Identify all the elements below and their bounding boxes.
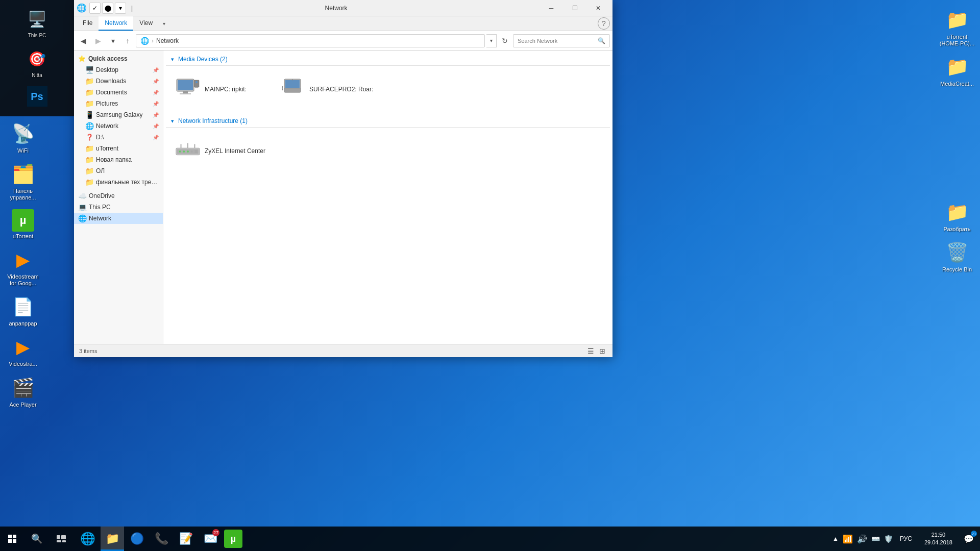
start-button[interactable] — [0, 527, 24, 551]
svg-rect-26 — [61, 535, 66, 539]
title-bar: 🌐 ✓ ⬤ ▾ | Network ─ ☐ ✕ — [74, 0, 612, 16]
taskbar-search-btn[interactable]: 🔍 — [24, 527, 49, 551]
thispc-icon: 💻 — [78, 203, 86, 211]
keyboard-tray-icon[interactable]: ⌨️ — [871, 535, 880, 543]
system-tray-icons: ▲ 📶 🔊 ⌨️ 🛡️ РУС — [828, 534, 919, 544]
desktop-icon-anpanppap[interactable]: 📄 anpanppap — [3, 292, 43, 330]
vpn-tray-icon[interactable]: 🛡️ — [884, 535, 893, 543]
qat-checkmark-btn[interactable]: ✓ — [89, 3, 101, 14]
address-dropdown-btn[interactable]: ▾ — [486, 34, 497, 47]
volume-tray-icon[interactable]: 🔊 — [857, 534, 867, 544]
taskbar-app-edge[interactable]: 🌐 — [76, 527, 100, 551]
desktop-icon-razobrat[interactable]: 📁 Разобрать — [937, 197, 977, 235]
qat-dropdown-btn[interactable]: ▾ — [115, 3, 126, 14]
sidebar-item-thispc[interactable]: 💻 This PC — [74, 202, 163, 213]
forward-button[interactable]: ▶ — [91, 34, 105, 47]
recent-locations-btn[interactable]: ▾ — [106, 34, 119, 47]
ribbon: File Network View ▾ ? — [74, 16, 612, 31]
status-bar: 3 items ☰ ⊞ — [74, 344, 612, 357]
desktop-icon-nitta[interactable]: 🎯 Nitta — [17, 44, 58, 81]
path-network-icon: 🌐 — [140, 37, 149, 45]
ribbon-expand-btn[interactable]: ▾ — [159, 18, 169, 29]
svg-rect-10 — [284, 88, 301, 92]
desktop-icon-utorrent[interactable]: µ uTorrent — [3, 207, 43, 242]
taskbar-app-utorrent[interactable]: µ — [224, 530, 242, 548]
minimize-button[interactable]: ─ — [540, 0, 563, 16]
quick-access-toolbar: ✓ ⬤ ▾ — [89, 3, 126, 14]
taskbar-app-mail[interactable]: ✉️ 27 — [199, 527, 222, 551]
tray-expand-icon[interactable]: ▲ — [832, 535, 839, 542]
language-indicator[interactable]: РУС — [897, 535, 915, 542]
pin-icon-network: 📌 — [153, 123, 159, 129]
downloads-icon: 📁 — [85, 77, 93, 85]
large-icons-view-btn[interactable]: ⊞ — [597, 346, 607, 356]
taskbar-app-folder[interactable]: 📁 — [101, 527, 124, 551]
file-content: ▾ Media Devices (2) — [163, 51, 612, 344]
search-box[interactable]: 🔍 — [513, 34, 610, 47]
ddrive-icon: ❓ — [85, 133, 93, 141]
tab-view[interactable]: View — [133, 16, 159, 31]
address-bar: ◀ ▶ ▾ ↑ 🌐 › Network ▾ ↻ 🔍 — [74, 31, 612, 51]
sidebar-item-desktop[interactable]: 🖥️ Desktop 📌 — [74, 64, 163, 76]
svg-rect-28 — [62, 540, 66, 542]
taskbar-app-chrome[interactable]: 🔵 — [125, 527, 149, 551]
qat-undo-btn[interactable]: ⬤ — [102, 3, 113, 14]
sidebar-item-onedrive[interactable]: ☁️ OneDrive — [74, 190, 163, 202]
sidebar-section-quick-access[interactable]: ⭐ Quick access — [74, 53, 163, 64]
desktop-icon-wifi[interactable]: 📡 WiFi — [3, 119, 43, 157]
maximize-button[interactable]: ☐ — [563, 0, 586, 16]
desktop-icon-thispc[interactable]: 🖥️ This PC — [17, 4, 58, 41]
file-item-mainpc[interactable]: MAINPC: ripkit: — [171, 73, 273, 105]
sidebar: ⭐ Quick access 🖥️ Desktop 📌 📁 Downloads … — [74, 51, 163, 344]
novaya-icon: 📁 — [85, 156, 93, 164]
desktop-icon-mediacreate[interactable]: 📁 MediaCreat... — [937, 52, 977, 90]
task-view-btn[interactable] — [49, 527, 74, 551]
sidebar-item-network-qa[interactable]: 🌐 Network 📌 — [74, 120, 163, 132]
clock-date: 29.04.2018 — [924, 539, 952, 546]
network-tray-icon[interactable]: 📶 — [843, 534, 853, 544]
back-button[interactable]: ◀ — [77, 34, 90, 47]
media-devices-grid: MAINPC: ripkit: — [166, 68, 610, 110]
window-icon: 🌐 — [77, 3, 87, 13]
desktop-icon-utorrent-right[interactable]: 📁 uTorrent(HOME-PC)... — [937, 5, 977, 49]
sidebar-item-ddrive[interactable]: ❓ D:\ 📌 — [74, 132, 163, 143]
system-clock[interactable]: 21:50 29.04.2018 — [919, 527, 958, 551]
desktop-icon-recycle[interactable]: 🗑️ Recycle Bin — [937, 238, 977, 276]
sidebar-item-ol[interactable]: 📁 ОЛ — [74, 165, 163, 177]
network-infra-grid: ZyXEL Internet Center — [166, 130, 610, 171]
window-title: Network — [133, 5, 540, 12]
sidebar-item-utorrent[interactable]: 📁 uTorrent — [74, 143, 163, 154]
taskbar-app-viber[interactable]: 📞 — [150, 527, 173, 551]
sidebar-item-finalnye[interactable]: 📁 финальные тех треб... — [74, 177, 163, 188]
tab-network[interactable]: Network — [99, 16, 133, 31]
desktop-icon-videostream2[interactable]: ▶ Videostra... — [3, 332, 43, 370]
section-media-devices[interactable]: ▾ Media Devices (2) — [166, 53, 610, 66]
file-item-zyxel[interactable]: ZyXEL Internet Center — [171, 135, 273, 166]
desktop-icon-ps[interactable]: Ps — [17, 84, 58, 111]
details-view-btn[interactable]: ☰ — [585, 346, 596, 356]
help-button[interactable]: ? — [598, 17, 610, 30]
up-button[interactable]: ↑ — [121, 34, 134, 47]
action-center-badge: 21 — [971, 531, 977, 537]
pictures-icon: 📁 — [85, 99, 93, 108]
desktop-icon-panel[interactable]: 🗂️ Панельуправле... — [3, 159, 43, 204]
close-button[interactable]: ✕ — [586, 0, 610, 16]
taskbar-right: ▲ 📶 🔊 ⌨️ 🛡️ РУС 21:50 29.04.2018 💬 21 — [828, 527, 980, 551]
action-center-button[interactable]: 💬 21 — [958, 527, 980, 551]
file-item-surfacepro2[interactable]: SURFACEPRO2: Roar: — [276, 73, 378, 105]
network-qa-icon: 🌐 — [85, 122, 93, 130]
refresh-button[interactable]: ↻ — [498, 34, 511, 47]
sidebar-item-samsung[interactable]: 📱 Samsung Galaxy 📌 — [74, 109, 163, 120]
section-network-infrastructure[interactable]: ▾ Network Infrastructure (1) — [166, 115, 610, 128]
taskbar-app-word[interactable]: 📝 — [174, 527, 198, 551]
search-input[interactable] — [518, 38, 595, 44]
tab-file[interactable]: File — [77, 16, 99, 31]
sidebar-item-novaya[interactable]: 📁 Новая папка — [74, 154, 163, 165]
sidebar-item-network-main[interactable]: 🌐 Network — [74, 213, 163, 224]
sidebar-item-pictures[interactable]: 📁 Pictures 📌 — [74, 98, 163, 109]
address-path[interactable]: 🌐 › Network — [136, 34, 485, 47]
desktop-icon-aceplayer[interactable]: 🎬 Ace Player — [3, 373, 43, 411]
sidebar-item-downloads[interactable]: 📁 Downloads 📌 — [74, 76, 163, 87]
sidebar-item-documents[interactable]: 📁 Documents 📌 — [74, 87, 163, 98]
desktop-icon-videostream[interactable]: ▶ Videostreamfor Goog... — [3, 245, 43, 289]
